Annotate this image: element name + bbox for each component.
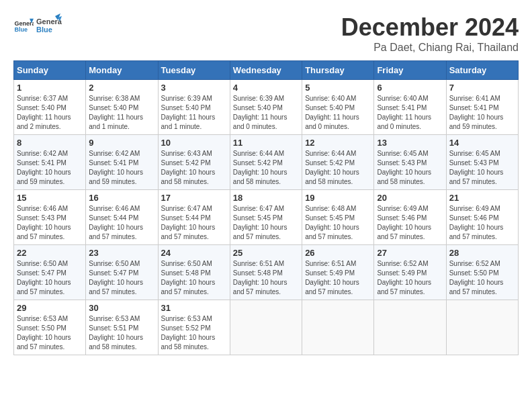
calendar-cell: 19 Sunrise: 6:48 AM Sunset: 5:45 PM Dayl… <box>302 190 374 245</box>
calendar-cell: 16 Sunrise: 6:46 AM Sunset: 5:44 PM Dayl… <box>86 190 158 245</box>
day-info: Sunrise: 6:40 AM Sunset: 5:41 PM Dayligh… <box>377 94 443 132</box>
day-number: 15 <box>17 193 83 203</box>
calendar-cell: 23 Sunrise: 6:50 AM Sunset: 5:47 PM Dayl… <box>86 245 158 300</box>
calendar-cell: 2 Sunrise: 6:38 AM Sunset: 5:40 PM Dayli… <box>86 80 158 135</box>
day-number: 25 <box>233 248 299 258</box>
day-number: 16 <box>89 193 154 203</box>
day-info: Sunrise: 6:44 AM Sunset: 5:42 PM Dayligh… <box>233 149 299 187</box>
day-info: Sunrise: 6:53 AM Sunset: 5:51 PM Dayligh… <box>89 314 154 352</box>
day-info: Sunrise: 6:43 AM Sunset: 5:42 PM Dayligh… <box>161 149 227 187</box>
calendar-cell: 24 Sunrise: 6:50 AM Sunset: 5:48 PM Dayl… <box>158 245 230 300</box>
calendar-week-row: 15 Sunrise: 6:46 AM Sunset: 5:43 PM Dayl… <box>14 190 519 245</box>
day-info: Sunrise: 6:46 AM Sunset: 5:43 PM Dayligh… <box>17 204 83 242</box>
month-title: December 2024 <box>341 13 519 42</box>
day-number: 19 <box>305 193 371 203</box>
calendar-cell: 27 Sunrise: 6:52 AM Sunset: 5:49 PM Dayl… <box>374 245 446 300</box>
calendar-cell: 6 Sunrise: 6:40 AM Sunset: 5:41 PM Dayli… <box>374 80 446 135</box>
day-number: 26 <box>305 248 371 258</box>
day-number: 12 <box>305 138 371 148</box>
weekday-header-wednesday: Wednesday <box>230 61 302 80</box>
day-number: 18 <box>233 193 299 203</box>
location-title: Pa Daet, Chiang Rai, Thailand <box>341 42 519 54</box>
calendar-table: SundayMondayTuesdayWednesdayThursdayFrid… <box>13 60 519 355</box>
day-number: 2 <box>89 83 154 93</box>
weekday-header-friday: Friday <box>374 61 446 80</box>
calendar-cell: 1 Sunrise: 6:37 AM Sunset: 5:40 PM Dayli… <box>14 80 86 135</box>
day-number: 28 <box>449 248 515 258</box>
day-info: Sunrise: 6:50 AM Sunset: 5:48 PM Dayligh… <box>161 259 227 297</box>
day-info: Sunrise: 6:45 AM Sunset: 5:43 PM Dayligh… <box>377 149 443 187</box>
logo-icon: General Blue <box>13 16 34 36</box>
day-number: 4 <box>233 83 299 93</box>
day-number: 5 <box>305 83 371 93</box>
calendar-cell: 10 Sunrise: 6:43 AM Sunset: 5:42 PM Dayl… <box>158 135 230 190</box>
day-number: 7 <box>449 83 515 93</box>
day-number: 30 <box>89 303 154 313</box>
day-number: 29 <box>17 303 83 313</box>
weekday-header-monday: Monday <box>86 61 158 80</box>
weekday-header-tuesday: Tuesday <box>158 61 230 80</box>
calendar-cell <box>374 300 446 355</box>
day-number: 22 <box>17 248 83 258</box>
calendar-cell: 4 Sunrise: 6:39 AM Sunset: 5:40 PM Dayli… <box>230 80 302 135</box>
calendar-cell: 31 Sunrise: 6:53 AM Sunset: 5:52 PM Dayl… <box>158 300 230 355</box>
day-number: 20 <box>377 193 443 203</box>
calendar-cell <box>230 300 302 355</box>
day-info: Sunrise: 6:49 AM Sunset: 5:46 PM Dayligh… <box>377 204 443 242</box>
calendar-cell: 14 Sunrise: 6:45 AM Sunset: 5:43 PM Dayl… <box>446 135 518 190</box>
day-info: Sunrise: 6:38 AM Sunset: 5:40 PM Dayligh… <box>89 94 154 132</box>
calendar-cell: 30 Sunrise: 6:53 AM Sunset: 5:51 PM Dayl… <box>86 300 158 355</box>
day-number: 13 <box>377 138 443 148</box>
day-info: Sunrise: 6:46 AM Sunset: 5:44 PM Dayligh… <box>89 204 154 242</box>
title-area: December 2024 Pa Daet, Chiang Rai, Thail… <box>341 13 519 54</box>
calendar-cell: 8 Sunrise: 6:42 AM Sunset: 5:41 PM Dayli… <box>14 135 86 190</box>
day-info: Sunrise: 6:47 AM Sunset: 5:45 PM Dayligh… <box>233 204 299 242</box>
day-info: Sunrise: 6:53 AM Sunset: 5:50 PM Dayligh… <box>17 314 83 352</box>
calendar-week-row: 22 Sunrise: 6:50 AM Sunset: 5:47 PM Dayl… <box>14 245 519 300</box>
day-info: Sunrise: 6:41 AM Sunset: 5:41 PM Dayligh… <box>449 94 515 132</box>
calendar-week-row: 29 Sunrise: 6:53 AM Sunset: 5:50 PM Dayl… <box>14 300 519 355</box>
weekday-header-row: SundayMondayTuesdayWednesdayThursdayFrid… <box>14 61 519 80</box>
day-info: Sunrise: 6:37 AM Sunset: 5:40 PM Dayligh… <box>17 94 83 132</box>
calendar-cell: 7 Sunrise: 6:41 AM Sunset: 5:41 PM Dayli… <box>446 80 518 135</box>
calendar-cell: 21 Sunrise: 6:49 AM Sunset: 5:46 PM Dayl… <box>446 190 518 245</box>
day-number: 8 <box>17 138 83 148</box>
day-info: Sunrise: 6:39 AM Sunset: 5:40 PM Dayligh… <box>161 94 227 132</box>
calendar-cell <box>446 300 518 355</box>
calendar-cell: 25 Sunrise: 6:51 AM Sunset: 5:48 PM Dayl… <box>230 245 302 300</box>
day-info: Sunrise: 6:52 AM Sunset: 5:49 PM Dayligh… <box>377 259 443 297</box>
day-info: Sunrise: 6:45 AM Sunset: 5:43 PM Dayligh… <box>449 149 515 187</box>
day-number: 21 <box>449 193 515 203</box>
day-number: 31 <box>161 303 227 313</box>
calendar-cell: 29 Sunrise: 6:53 AM Sunset: 5:50 PM Dayl… <box>14 300 86 355</box>
day-info: Sunrise: 6:39 AM Sunset: 5:40 PM Dayligh… <box>233 94 299 132</box>
day-info: Sunrise: 6:50 AM Sunset: 5:47 PM Dayligh… <box>17 259 83 297</box>
calendar-cell: 11 Sunrise: 6:44 AM Sunset: 5:42 PM Dayl… <box>230 135 302 190</box>
day-number: 14 <box>449 138 515 148</box>
day-number: 6 <box>377 83 443 93</box>
calendar-cell: 15 Sunrise: 6:46 AM Sunset: 5:43 PM Dayl… <box>14 190 86 245</box>
day-number: 9 <box>89 138 154 148</box>
day-info: Sunrise: 6:52 AM Sunset: 5:50 PM Dayligh… <box>449 259 515 297</box>
day-info: Sunrise: 6:48 AM Sunset: 5:45 PM Dayligh… <box>305 204 371 242</box>
day-number: 23 <box>89 248 154 258</box>
weekday-header-saturday: Saturday <box>446 61 518 80</box>
day-number: 11 <box>233 138 299 148</box>
day-info: Sunrise: 6:49 AM Sunset: 5:46 PM Dayligh… <box>449 204 515 242</box>
day-number: 24 <box>161 248 227 258</box>
day-number: 3 <box>161 83 227 93</box>
calendar-cell: 20 Sunrise: 6:49 AM Sunset: 5:46 PM Dayl… <box>374 190 446 245</box>
calendar-cell: 17 Sunrise: 6:47 AM Sunset: 5:44 PM Dayl… <box>158 190 230 245</box>
day-info: Sunrise: 6:50 AM Sunset: 5:47 PM Dayligh… <box>89 259 154 297</box>
day-info: Sunrise: 6:51 AM Sunset: 5:48 PM Dayligh… <box>233 259 299 297</box>
page-header: General Blue General Blue December 2024 … <box>13 13 519 54</box>
day-info: Sunrise: 6:44 AM Sunset: 5:42 PM Dayligh… <box>305 149 371 187</box>
calendar-cell: 9 Sunrise: 6:42 AM Sunset: 5:41 PM Dayli… <box>86 135 158 190</box>
svg-text:Blue: Blue <box>15 26 28 33</box>
weekday-header-thursday: Thursday <box>302 61 374 80</box>
calendar-cell: 3 Sunrise: 6:39 AM Sunset: 5:40 PM Dayli… <box>158 80 230 135</box>
calendar-cell: 22 Sunrise: 6:50 AM Sunset: 5:47 PM Dayl… <box>14 245 86 300</box>
weekday-header-sunday: Sunday <box>14 61 86 80</box>
day-number: 1 <box>17 83 83 93</box>
calendar-cell: 13 Sunrise: 6:45 AM Sunset: 5:43 PM Dayl… <box>374 135 446 190</box>
